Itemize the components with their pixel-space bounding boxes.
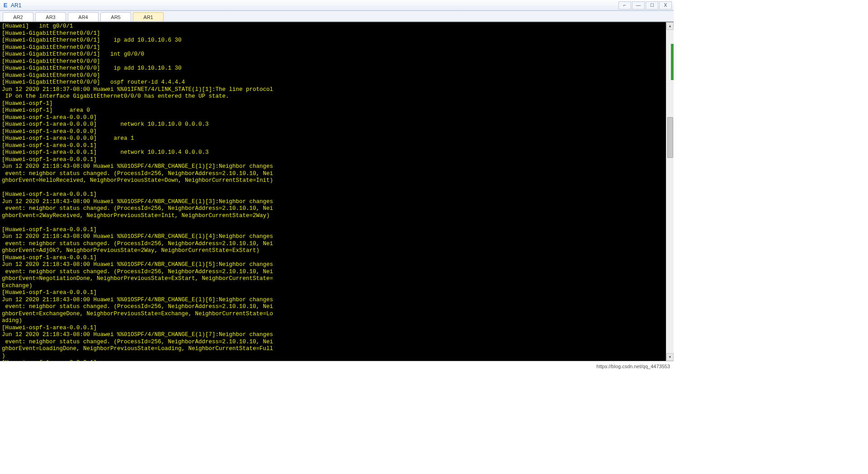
minimize-button[interactable]: — [632,1,645,9]
tab-ar4[interactable]: AR4 [68,12,99,21]
console-output[interactable]: [Huawei] int g0/0/1 [Huawei-GigabitEther… [0,22,674,361]
app-icon: E [2,2,9,9]
close-button[interactable]: X [659,1,672,9]
activity-indicator [671,44,674,80]
titlebar: E AR1 ⌐ — ☐ X [0,0,674,11]
scroll-down-button[interactable]: ▼ [666,353,674,361]
tab-ar3[interactable]: AR3 [35,12,66,21]
tab-ar1[interactable]: AR1 [133,12,164,21]
scroll-thumb[interactable] [667,117,673,158]
tabbar: AR2AR3AR4AR5AR1 [0,11,674,22]
scroll-up-button[interactable]: ▲ [666,22,674,30]
window-controls: ⌐ — ☐ X [618,1,672,9]
console-area: [Huawei] int g0/0/1 [Huawei-GigabitEther… [0,22,674,361]
statusbar: https://blog.csdn.net/qq_4473553 [0,361,674,371]
tab-ar5[interactable]: AR5 [100,12,131,21]
window-title: AR1 [11,2,618,9]
maximize-button[interactable]: ☐ [646,1,658,9]
tab-ar2[interactable]: AR2 [3,12,33,21]
status-url: https://blog.csdn.net/qq_4473553 [596,364,670,369]
extra-button[interactable]: ⌐ [618,1,631,9]
